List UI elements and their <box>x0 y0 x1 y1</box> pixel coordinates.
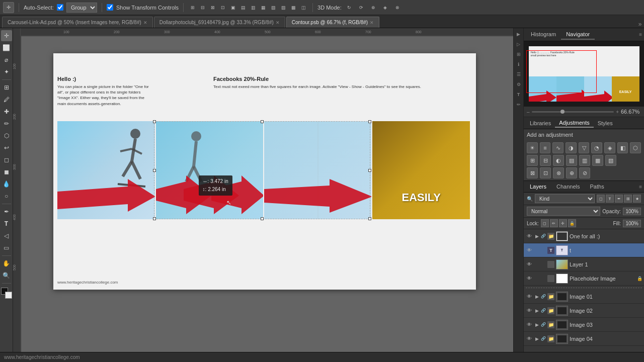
levels-adj-btn[interactable]: ≡ <box>540 142 551 153</box>
layer-item-image04[interactable]: 👁 ▶ 🔗 📁 Image 04 <box>524 332 644 346</box>
dodge-tool[interactable]: ○ <box>1 191 12 202</box>
lasso-tool[interactable]: ⌀ <box>1 54 12 65</box>
brightness-adj-btn[interactable]: ☀ <box>527 142 538 153</box>
align-left-btn[interactable]: ⊞ <box>188 3 197 12</box>
auto-select-dropdown[interactable]: Group <box>66 3 97 13</box>
stamp-tool[interactable]: ⬡ <box>1 130 12 141</box>
extra2-adj-btn[interactable]: ⊡ <box>540 167 551 178</box>
exposure-adj-btn[interactable]: ◑ <box>566 142 577 153</box>
ris-history-btn[interactable]: ☰ <box>515 70 523 78</box>
layer-expand-image04[interactable]: ▶ <box>534 336 539 341</box>
pen-tool[interactable]: ✒ <box>1 206 12 217</box>
hand-tool[interactable]: ✋ <box>1 258 12 269</box>
distribute-right-btn[interactable]: ▧ <box>269 3 278 12</box>
posterize-adj-btn[interactable]: ▤ <box>566 155 577 166</box>
align-middle-btn[interactable]: ▣ <box>228 3 237 12</box>
gradientmap-adj-btn[interactable]: ▦ <box>592 155 603 166</box>
align-center-btn[interactable]: ⊟ <box>198 3 207 12</box>
tab-layers[interactable]: Layers <box>526 183 550 191</box>
ris-brush-btn[interactable]: ✏ <box>515 101 523 109</box>
distribute-top-btn[interactable]: ▨ <box>279 3 288 12</box>
layer-eye-image02[interactable]: 👁 <box>526 307 533 314</box>
lock-transparent-btn[interactable]: ◻ <box>541 219 549 227</box>
layer-eye-layer1[interactable]: 👁 <box>526 261 533 268</box>
layer-expand-image02[interactable]: ▶ <box>534 308 539 313</box>
layer-item-t[interactable]: 👁 T T t <box>524 243 644 257</box>
magic-wand-tool[interactable]: ✦ <box>1 66 12 77</box>
crop-tool[interactable]: ⊞ <box>1 82 12 93</box>
color-swatch[interactable] <box>1 288 12 299</box>
colorlook-adj-btn[interactable]: ⊟ <box>540 155 551 166</box>
colorbalance-adj-btn[interactable]: ◈ <box>604 142 615 153</box>
lock-position-btn[interactable]: ✛ <box>559 219 567 227</box>
tab-carousel[interactable]: Carousel-Link-Ad.psd @ 50% (Insert Image… <box>2 17 153 28</box>
ris-arrow-btn[interactable]: ▶ <box>515 30 523 38</box>
layer-item-one-for-all[interactable]: 👁 ▶ 🔗 📁 One for all :) <box>524 229 644 243</box>
ris-settings-btn[interactable]: ⚙ <box>515 80 523 88</box>
vibrance-adj-btn[interactable]: ▽ <box>579 142 590 153</box>
3d-rotate-btn[interactable]: ↻ <box>345 3 354 12</box>
layer-eye-image01[interactable]: 👁 <box>526 293 533 300</box>
threshold-adj-btn[interactable]: ▥ <box>579 155 590 166</box>
lock-all-btn[interactable]: 🔒 <box>568 219 576 227</box>
extra4-adj-btn[interactable]: ⊕ <box>566 167 577 178</box>
distribute-mid-btn[interactable]: ▩ <box>289 3 298 12</box>
ris-info-btn[interactable]: ℹ <box>515 60 523 68</box>
ris-type-btn[interactable]: T <box>515 90 523 99</box>
lock-pixels-btn[interactable]: ✏ <box>550 219 558 227</box>
ris-grid-btn[interactable]: ⊞ <box>515 50 523 58</box>
align-right-btn[interactable]: ⊠ <box>208 3 217 12</box>
layer-item-image02[interactable]: 👁 ▶ 🔗 📁 Image 02 <box>524 304 644 318</box>
layer-eye-one-for-all[interactable]: 👁 <box>526 233 533 240</box>
hsl-adj-btn[interactable]: ◔ <box>591 142 602 153</box>
layer-eye-image04[interactable]: 👁 <box>526 335 533 342</box>
brush-tool[interactable]: ✏ <box>1 118 12 129</box>
history-tool[interactable]: ↩ <box>1 142 12 153</box>
layers-panel-expand[interactable]: ≡ <box>639 184 642 190</box>
healing-tool[interactable]: ✚ <box>1 106 12 117</box>
tab-navigator[interactable]: Navigator <box>561 30 595 40</box>
move-tool[interactable]: ✛ <box>1 30 12 41</box>
layer-expand-t[interactable] <box>534 248 539 253</box>
tab-channels[interactable]: Channels <box>552 183 584 191</box>
layers-mode-dropdown[interactable]: Normal <box>527 207 600 216</box>
3d-pan-btn[interactable]: ⊕ <box>369 3 378 12</box>
layer-expand-placeholder[interactable] <box>534 276 539 281</box>
layer-expand-layer1[interactable] <box>534 262 539 267</box>
layer-item-layer1[interactable]: 👁 Layer 1 <box>524 257 644 272</box>
fill-value[interactable]: 100% <box>623 220 641 227</box>
tab-histogram[interactable]: Histogram <box>526 30 561 40</box>
layer-expand-image01[interactable]: ▶ <box>534 294 539 299</box>
layer-eye-placeholder[interactable]: 👁 <box>526 275 533 282</box>
curves-adj-btn[interactable]: ∿ <box>552 142 564 153</box>
extra3-adj-btn[interactable]: ⊗ <box>553 167 564 178</box>
layer-expand-one-for-all[interactable]: ▶ <box>534 234 539 239</box>
auto-select-checkbox[interactable] <box>57 4 63 11</box>
blur-tool[interactable]: 💧 <box>1 178 12 190</box>
zoom-in-icon[interactable]: + <box>616 109 619 115</box>
bw-adj-btn[interactable]: ◧ <box>617 142 628 153</box>
type-tool[interactable]: T <box>1 218 12 229</box>
invert-adj-btn[interactable]: ◐ <box>553 155 564 166</box>
filter-pixel-btn[interactable]: ◻ <box>597 195 605 203</box>
move-tool-btn[interactable]: ✛ <box>3 2 14 13</box>
tab-styles[interactable]: Styles <box>594 119 617 127</box>
layers-filter-dropdown[interactable]: Kind <box>535 194 595 203</box>
marquee-tool[interactable]: ⬜ <box>1 42 12 53</box>
zoom-out-icon[interactable]: – <box>527 109 530 115</box>
layer-item-image01[interactable]: 👁 ▶ 🔗 📁 Image 01 <box>524 290 644 304</box>
shape-tool[interactable]: ▭ <box>1 242 12 253</box>
filter-text-btn[interactable]: T <box>606 195 614 203</box>
tab-contour[interactable]: Contour.psb @ 66.7% (f, RGB/8#) ✕ <box>286 17 379 28</box>
extra1-adj-btn[interactable]: ⊠ <box>527 167 538 178</box>
layer-expand-image03[interactable]: ▶ <box>534 322 539 327</box>
path-selection-tool[interactable]: ◁ <box>1 230 12 241</box>
3d-roll-btn[interactable]: ⟳ <box>357 3 366 12</box>
panel-expand-icon[interactable]: ≡ <box>639 32 642 37</box>
show-transform-checkbox[interactable] <box>107 4 113 11</box>
tab-libraries[interactable]: Libraries <box>526 119 555 127</box>
align-bottom-btn[interactable]: ▤ <box>238 3 248 12</box>
distribute-bottom-btn[interactable]: ◫ <box>299 3 308 12</box>
3d-scale-btn[interactable]: ⊗ <box>393 3 402 12</box>
tab-carousel-close[interactable]: ✕ <box>143 20 147 25</box>
